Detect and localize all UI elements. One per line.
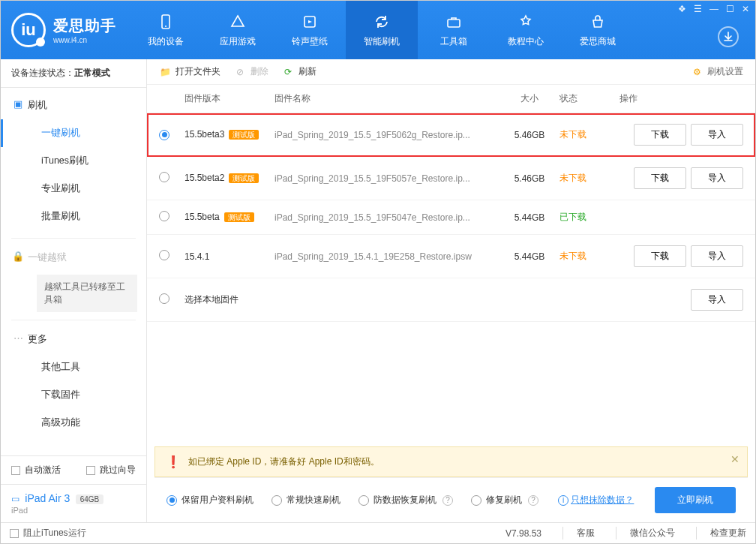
footer-wechat[interactable]: 微信公众号 <box>616 527 675 539</box>
size: 5.46GB <box>500 173 560 184</box>
delete-icon: ⊘ <box>234 66 246 78</box>
sidebar-group-more[interactable]: ⋯ 更多 <box>1 325 146 353</box>
download-button[interactable]: 下载 <box>634 124 686 146</box>
device-capacity: 64GB <box>76 494 104 504</box>
option-radio[interactable] <box>358 495 369 506</box>
device-icon: ▭ <box>11 494 20 504</box>
refresh-button[interactable]: ⟳ 刷新 <box>282 65 316 78</box>
notice-text: 如已绑定 Apple ID，请准备好 Apple ID和密码。 <box>188 455 380 468</box>
connection-label: 设备连接状态： <box>11 68 74 78</box>
sidebar-item-pro-flash[interactable]: 专业刷机 <box>1 175 146 203</box>
row-radio[interactable] <box>159 211 170 221</box>
filename: iPad_Spring_2019_15.5_19F5047e_Restore.i… <box>274 212 470 223</box>
appleid-notice: ❗ 如已绑定 Apple ID，请准备好 Apple ID和密码。 ✕ <box>154 446 748 477</box>
status: 未下载 <box>560 172 620 185</box>
delete-button[interactable]: ⊘ 删除 <box>234 65 268 78</box>
help-icon[interactable]: ? <box>442 495 453 506</box>
size: 5.46GB <box>500 130 560 140</box>
sidebar-item-download-firmware[interactable]: 下载固件 <box>1 381 146 409</box>
info-icon[interactable]: i <box>558 495 568 506</box>
option-radio[interactable] <box>166 495 177 506</box>
flash-option[interactable]: 保留用户资料刷机 <box>166 494 254 506</box>
select-local-row: 选择本地固件 导入 <box>147 278 755 322</box>
open-folder-button[interactable]: 📁 打开文件夹 <box>159 65 220 78</box>
auto-activate-label: 自动激活 <box>25 464 61 476</box>
status: 已下载 <box>560 211 620 224</box>
minimize-icon[interactable]: — <box>710 4 718 14</box>
device-type: iPad <box>11 506 136 515</box>
close-notice-icon[interactable]: ✕ <box>730 453 740 465</box>
nav-item[interactable]: 智能刷机 <box>346 1 418 59</box>
list-icon[interactable]: ☰ <box>694 4 702 14</box>
nav-item[interactable]: 铃声壁纸 <box>274 1 346 59</box>
device-info: ▭ iPad Air 3 64GB iPad <box>1 484 146 522</box>
footer-check-update[interactable]: 检查更新 <box>696 527 746 539</box>
version-label: 15.5beta3 <box>184 129 224 140</box>
flash-settings-button[interactable]: ⚙ 刷机设置 <box>691 65 743 78</box>
beta-tag: 测试版 <box>229 173 259 183</box>
firmware-row[interactable]: 15.5beta2测试版iPad_Spring_2019_15.5_19F505… <box>147 157 755 200</box>
nav-item[interactable]: 应用游戏 <box>202 1 274 59</box>
auto-activate-checkbox[interactable] <box>11 466 20 475</box>
row-radio[interactable] <box>159 130 170 140</box>
firmware-row[interactable]: 15.5beta3测试版iPad_Spring_2019_15.5_19F506… <box>147 113 755 157</box>
help-icon[interactable]: ? <box>528 495 538 506</box>
flash-icon: ▣ <box>13 98 23 109</box>
close-icon[interactable]: ✕ <box>742 4 749 14</box>
app-url: www.i4.cn <box>53 36 116 44</box>
skip-guide-label: 跳过向导 <box>100 464 136 476</box>
jailbreak-moved-note: 越狱工具已转移至工具箱 <box>37 275 137 312</box>
import-button[interactable]: 导入 <box>691 289 743 311</box>
local-radio[interactable] <box>159 293 170 304</box>
logo-icon: iu <box>11 13 46 47</box>
sidebar-item-other-tools[interactable]: 其他工具 <box>1 353 146 381</box>
import-button[interactable]: 导入 <box>691 124 743 146</box>
menu-icon[interactable]: ❖ <box>678 4 686 14</box>
option-radio[interactable] <box>471 495 482 506</box>
download-center-icon[interactable] <box>718 26 739 47</box>
block-itunes-checkbox[interactable] <box>10 529 19 538</box>
version-label: 15.5beta <box>184 212 220 222</box>
firmware-row[interactable]: 15.4.1iPad_Spring_2019_15.4.1_19E258_Res… <box>147 235 755 278</box>
filename: iPad_Spring_2019_15.5_19F5062g_Restore.i… <box>274 130 470 140</box>
nav-item[interactable]: 工具箱 <box>418 1 490 59</box>
nav-item[interactable]: 教程中心 <box>490 1 562 59</box>
nav-item[interactable]: 爱思商城 <box>562 1 634 59</box>
maximize-icon[interactable]: ☐ <box>726 4 734 14</box>
svg-rect-3 <box>448 20 460 27</box>
nav-icon <box>229 13 247 31</box>
logo: iu 爱思助手 www.i4.cn <box>1 1 130 59</box>
sidebar: 设备连接状态：正常模式 ▣ 刷机 一键刷机 iTunes刷机 专业刷机 批量刷机… <box>1 59 147 522</box>
sidebar-item-onekey-flash[interactable]: 一键刷机 <box>1 119 146 147</box>
row-radio[interactable] <box>159 172 170 182</box>
sidebar-item-advanced[interactable]: 高级功能 <box>1 409 146 437</box>
import-button[interactable]: 导入 <box>691 245 743 267</box>
beta-tag: 测试版 <box>229 130 259 140</box>
skip-guide-checkbox[interactable] <box>86 466 95 475</box>
device-name[interactable]: iPad Air 3 <box>25 492 70 504</box>
sidebar-item-batch-flash[interactable]: 批量刷机 <box>1 203 146 230</box>
window-controls: ❖ ☰ — ☐ ✕ <box>678 4 749 14</box>
refresh-icon: ⟳ <box>282 66 294 78</box>
download-button[interactable]: 下载 <box>634 245 686 267</box>
sidebar-group-flash[interactable]: ▣ 刷机 <box>1 91 146 119</box>
start-flash-button[interactable]: 立即刷机 <box>655 487 736 513</box>
option-radio[interactable] <box>272 495 282 506</box>
sidebar-item-itunes-flash[interactable]: iTunes刷机 <box>1 147 146 175</box>
firmware-row[interactable]: 15.5beta测试版iPad_Spring_2019_15.5_19F5047… <box>147 200 755 235</box>
flash-option[interactable]: 常规快速刷机 <box>272 494 340 506</box>
row-radio[interactable] <box>159 250 170 260</box>
status-footer: 阻止iTunes运行 V7.98.53 客服 微信公众号 检查更新 <box>1 522 755 543</box>
download-button[interactable]: 下载 <box>634 167 686 189</box>
app-version: V7.98.53 <box>506 528 542 539</box>
nav-icon <box>589 13 607 31</box>
content-area: 📁 打开文件夹 ⊘ 删除 ⟳ 刷新 ⚙ 刷机设置 固件版本 固件名称 大小 状态 <box>147 59 755 522</box>
flash-option[interactable]: 防数据恢复刷机? <box>358 494 453 506</box>
flash-option[interactable]: 修复刷机? <box>471 494 538 506</box>
footer-support[interactable]: 客服 <box>562 527 595 539</box>
status: 未下载 <box>560 128 620 141</box>
nav-item[interactable]: 我的设备 <box>130 1 202 59</box>
erase-link[interactable]: 只想抹除数据？ <box>571 494 634 505</box>
import-button[interactable]: 导入 <box>691 167 743 189</box>
nav-icon <box>517 13 535 31</box>
